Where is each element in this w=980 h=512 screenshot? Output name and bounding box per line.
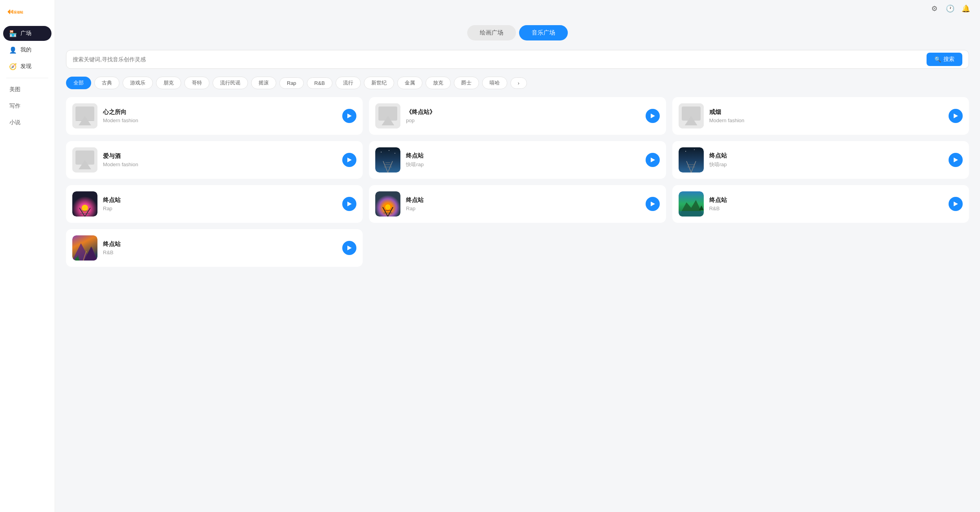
music-genre-2: pop: [406, 117, 640, 123]
filter-folk2[interactable]: 放克: [426, 77, 451, 89]
svg-rect-42: [375, 191, 400, 217]
filter-newage[interactable]: 新世纪: [364, 77, 394, 89]
filter-rnb[interactable]: R&B: [307, 77, 332, 89]
sidebar-item-mine[interactable]: 👤 我的: [3, 42, 51, 57]
history-icon[interactable]: 🕐: [945, 4, 955, 13]
music-info-10: 终点站 R&B: [103, 240, 337, 255]
sidebar-item-write[interactable]: 写作: [3, 99, 51, 114]
music-thumb-6: [679, 147, 704, 173]
svg-rect-15: [75, 150, 94, 165]
tab-painting[interactable]: 绘画广场: [467, 25, 516, 40]
sidebar-item-plaza[interactable]: 🏪 广场: [3, 26, 51, 41]
sidebar-item-meitu[interactable]: 美图: [3, 82, 51, 97]
play-button-1[interactable]: [342, 109, 356, 123]
filter-rap[interactable]: Rap: [279, 77, 304, 89]
sidebar-divider: [6, 78, 48, 78]
app-logo: 应创站: [6, 8, 25, 16]
filter-metal[interactable]: 金属: [397, 77, 422, 89]
filter-classical[interactable]: 古典: [94, 77, 119, 89]
music-genre-7: Rap: [103, 206, 337, 211]
music-info-9: 终点站 R&B: [709, 196, 943, 211]
music-genre-10: R&B: [103, 250, 337, 255]
search-input[interactable]: [73, 56, 927, 62]
music-card-8[interactable]: 终点站 Rap: [369, 185, 666, 223]
thumb-svg-6: [679, 147, 704, 173]
music-card-6[interactable]: 终点站 快嘻rap: [672, 141, 969, 179]
music-thumb-3: [679, 103, 704, 128]
music-info-8: 终点站 Rap: [406, 196, 640, 211]
music-card-2[interactable]: 《终点站》 pop: [369, 97, 666, 135]
search-button-label: 搜索: [943, 56, 954, 63]
svg-point-20: [395, 153, 395, 154]
music-thumb-9: [679, 191, 704, 217]
sidebar-item-novel-label: 小说: [9, 119, 20, 125]
music-card-5[interactable]: 终点站 快嘻rap: [369, 141, 666, 179]
music-card-10[interactable]: 终点站 R&B: [66, 229, 363, 267]
tab-music[interactable]: 音乐广场: [519, 25, 568, 40]
svg-rect-1: [11, 11, 11, 13]
music-thumb-7: [72, 191, 97, 217]
svg-marker-10: [651, 114, 655, 118]
play-button-7[interactable]: [342, 197, 356, 211]
play-icon-10: [346, 245, 352, 251]
mine-icon: 👤: [9, 46, 17, 53]
filter-hiphop[interactable]: 嘻哈: [482, 77, 507, 89]
music-title-6: 终点站: [709, 152, 943, 160]
svg-point-29: [694, 149, 695, 150]
search-button[interactable]: 🔍 搜索: [927, 53, 962, 66]
music-card-9[interactable]: 终点站 R&B: [672, 185, 969, 223]
play-button-8[interactable]: [646, 197, 660, 211]
filter-game[interactable]: 游戏乐: [123, 77, 153, 89]
svg-text:应创站: 应创站: [14, 10, 24, 14]
filter-all[interactable]: 全部: [66, 77, 91, 89]
filter-more[interactable]: ›: [510, 77, 527, 89]
svg-marker-26: [651, 158, 655, 162]
filter-gothic[interactable]: 哥特: [184, 77, 209, 89]
play-icon-2: [650, 113, 656, 119]
logo-area: 应创站: [0, 5, 55, 25]
filter-folk[interactable]: 流行民谣: [213, 77, 248, 89]
music-genre-3: Modern fashion: [709, 117, 943, 123]
filter-row: 全部 古典 游戏乐 朋克 哥特 流行民谣 摇滚 Rap R&B 流行 新世纪 金…: [66, 77, 969, 89]
sidebar-item-discover[interactable]: 🧭 发现: [3, 59, 51, 74]
play-button-2[interactable]: [646, 109, 660, 123]
play-button-9[interactable]: [949, 197, 963, 211]
thumb-svg-9: [679, 191, 704, 217]
music-card-3[interactable]: 戒烟 Modern fashion: [672, 97, 969, 135]
play-button-3[interactable]: [949, 109, 963, 123]
svg-rect-9: [378, 106, 397, 121]
svg-marker-7: [347, 114, 352, 118]
music-title-4: 爱与酒: [103, 152, 337, 160]
music-title-3: 戒烟: [709, 108, 943, 116]
svg-marker-59: [347, 246, 352, 250]
music-card-7[interactable]: 终点站 Rap: [66, 185, 363, 223]
plaza-icon: 🏪: [9, 30, 17, 37]
filter-jazz[interactable]: 爵士: [454, 77, 479, 89]
settings-icon[interactable]: ⚙: [930, 4, 939, 13]
music-title-9: 终点站: [709, 196, 943, 204]
music-genre-9: R&B: [709, 206, 943, 211]
play-icon-3: [952, 113, 959, 119]
svg-point-36: [82, 205, 88, 211]
svg-point-28: [685, 151, 686, 152]
filter-rock[interactable]: 摇滚: [251, 77, 276, 89]
svg-rect-17: [375, 147, 400, 173]
filter-pop[interactable]: 流行: [336, 77, 361, 89]
music-genre-4: Modern fashion: [103, 161, 337, 167]
music-card-1[interactable]: 心之所向 Modern fashion: [66, 97, 363, 135]
filter-punk[interactable]: 朋克: [156, 77, 181, 89]
music-info-2: 《终点站》 pop: [406, 108, 640, 123]
play-button-10[interactable]: [342, 241, 356, 255]
music-thumb-1: [72, 103, 97, 128]
music-card-4[interactable]: 爱与酒 Modern fashion: [66, 141, 363, 179]
bell-icon[interactable]: 🔔: [961, 4, 971, 13]
play-button-4[interactable]: [342, 153, 356, 167]
play-button-6[interactable]: [949, 153, 963, 167]
play-button-5[interactable]: [646, 153, 660, 167]
music-info-4: 爱与酒 Modern fashion: [103, 152, 337, 167]
main-content: 绘画广场 音乐广场 🔍 搜索 全部 古典 游戏乐 朋克 哥特 流行民谣 摇滚 R…: [55, 0, 980, 512]
svg-point-43: [385, 204, 391, 210]
sidebar-item-novel[interactable]: 小说: [3, 115, 51, 130]
svg-point-19: [389, 150, 389, 151]
music-title-8: 终点站: [406, 196, 640, 204]
